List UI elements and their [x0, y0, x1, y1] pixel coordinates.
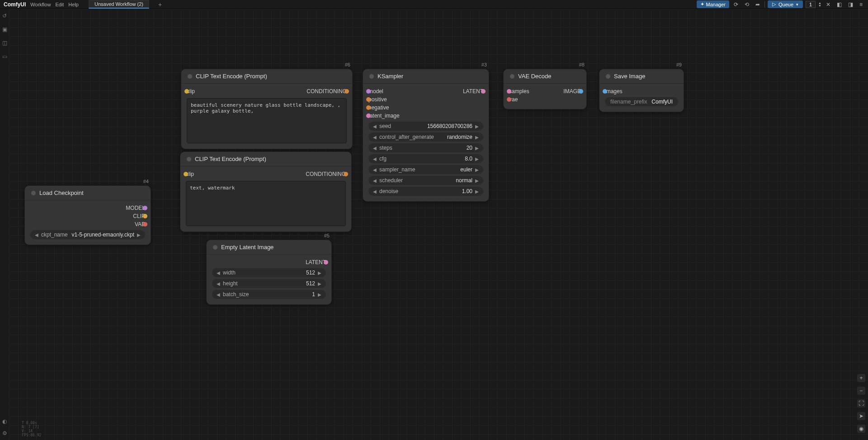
- widget-scheduler[interactable]: ◀schedulernormal▶: [368, 176, 483, 185]
- run-icon: ▷: [772, 1, 776, 7]
- node-id: #5: [324, 233, 330, 238]
- settings-icon[interactable]: ⚙: [2, 430, 7, 436]
- reset-view-icon[interactable]: ⟳: [732, 1, 740, 8]
- output-conditioning[interactable]: CONDITIONING: [307, 88, 347, 95]
- arrow-left-icon[interactable]: ◀: [35, 232, 38, 237]
- widget-label: ckpt_name: [41, 232, 68, 238]
- node-id: #6: [345, 62, 350, 67]
- node-id: #9: [676, 62, 682, 67]
- node-title: VAE Decode: [518, 73, 551, 80]
- input-negative[interactable]: negative: [368, 104, 389, 111]
- manager-button[interactable]: ✦ Manager: [697, 0, 729, 8]
- node-load-checkpoint[interactable]: #4 Load Checkpoint MODEL CLIP VAE ◀ ckpt…: [24, 185, 151, 245]
- output-model[interactable]: MODEL: [126, 205, 145, 211]
- top-bar: ComfyUI Workflow Edit Help Unsaved Workf…: [0, 0, 868, 9]
- node-id: #8: [579, 62, 585, 67]
- node-clip-text-encode-positive[interactable]: #6 CLIP Text Encode (Prompt) clip CONDIT…: [181, 69, 353, 149]
- share-icon[interactable]: ➦: [754, 1, 762, 8]
- history-icon[interactable]: ↺: [2, 13, 7, 19]
- node-id: #4: [143, 179, 149, 184]
- output-latent[interactable]: LATENT: [463, 88, 483, 95]
- widget-label: filename_prefix: [610, 99, 647, 105]
- info-button[interactable]: ◉: [857, 425, 865, 433]
- node-title: Empty Latent Image: [221, 244, 274, 251]
- widget-control-after-generate[interactable]: ◀control_after_generaterandomize▶: [368, 132, 483, 142]
- node-save-image[interactable]: #9 Save Image images filename_prefix Com…: [599, 69, 684, 112]
- node-title: CLIP Text Encode (Prompt): [195, 156, 266, 162]
- folder-icon[interactable]: ▭: [2, 53, 7, 60]
- input-samples[interactable]: samples: [509, 88, 529, 95]
- queue-button[interactable]: ▷ Queue ▾: [768, 0, 803, 8]
- panel-right-icon[interactable]: ◨: [846, 1, 855, 8]
- widget-denoise[interactable]: ◀denoise1.00▶: [368, 187, 483, 196]
- node-title: KSampler: [377, 73, 403, 80]
- widget-batch-size[interactable]: ◀batch_size1▶: [212, 290, 326, 299]
- menu-workflow[interactable]: Workflow: [30, 2, 51, 7]
- panel-left-icon[interactable]: ◧: [835, 1, 844, 8]
- queue-label: Queue: [778, 2, 793, 7]
- input-positive[interactable]: positive: [368, 96, 387, 103]
- widget-value: ComfyUI: [651, 99, 673, 105]
- arrow-right-icon[interactable]: ▶: [137, 232, 141, 237]
- node-clip-text-encode-negative[interactable]: CLIP Text Encode (Prompt) clip CONDITION…: [180, 151, 352, 232]
- puzzle-icon: ✦: [700, 1, 704, 7]
- output-latent[interactable]: LATENT: [306, 259, 326, 265]
- input-latent-image[interactable]: latent_image: [368, 113, 400, 119]
- batch-count-input[interactable]: [806, 1, 816, 8]
- workflow-tab[interactable]: Unsaved Workflow (2): [89, 0, 149, 9]
- add-tab-button[interactable]: +: [158, 1, 162, 8]
- output-conditioning[interactable]: CONDITIONING: [306, 171, 346, 177]
- canvas-tools: + − ⛶ ➤ ◉: [857, 374, 865, 433]
- reset-icon[interactable]: ⟲: [743, 1, 751, 8]
- node-title: CLIP Text Encode (Prompt): [196, 73, 267, 80]
- node-empty-latent-image[interactable]: #5 Empty Latent Image LATENT ◀width512▶ …: [206, 240, 332, 305]
- widget-cfg[interactable]: ◀cfg8.0▶: [368, 154, 483, 163]
- widget-ckpt-name[interactable]: ◀ ckpt_name v1-5-pruned-emaonly.ckpt ▶: [30, 230, 145, 239]
- node-canvas[interactable]: #4 Load Checkpoint MODEL CLIP VAE ◀ ckpt…: [9, 9, 868, 440]
- widget-sampler-name[interactable]: ◀sampler_nameeuler▶: [368, 165, 483, 174]
- node-title: Load Checkpoint: [39, 189, 84, 196]
- theme-icon[interactable]: ◐: [2, 418, 7, 425]
- widget-width[interactable]: ◀width512▶: [212, 268, 326, 277]
- widget-filename-prefix[interactable]: filename_prefix ComfyUI: [605, 97, 678, 106]
- canvas-stats: T 0.00s N: 7 [7] V: 14 FPS:86.92: [22, 421, 41, 437]
- box-icon[interactable]: ◫: [2, 40, 7, 46]
- locate-button[interactable]: ➤: [857, 412, 865, 420]
- prompt-textarea[interactable]: beautiful scenery nature glass bottle la…: [187, 98, 347, 143]
- tab-title: Unsaved Workflow (2): [94, 1, 143, 7]
- chevron-down-icon: ▾: [796, 2, 798, 7]
- input-images[interactable]: images: [605, 88, 623, 95]
- node-title: Save Image: [614, 73, 645, 80]
- menu-icon[interactable]: ≡: [858, 1, 864, 8]
- divider: [764, 1, 765, 8]
- menu-edit[interactable]: Edit: [55, 2, 64, 7]
- manager-label: Manager: [706, 2, 726, 7]
- node-vae-decode[interactable]: #8 VAE Decode samplesIMAGE vae: [503, 69, 587, 109]
- fit-view-button[interactable]: ⛶: [857, 399, 865, 407]
- zoom-in-button[interactable]: +: [857, 374, 865, 382]
- prompt-textarea[interactable]: text, watermark: [186, 181, 346, 226]
- widget-seed[interactable]: ◀seed156680208700286▶: [368, 122, 483, 131]
- menu-help[interactable]: Help: [68, 2, 79, 7]
- widget-steps[interactable]: ◀steps20▶: [368, 143, 483, 152]
- count-spinner[interactable]: ▲▼: [818, 2, 821, 7]
- node-ksampler[interactable]: #3 KSampler modelLATENT positive negativ…: [363, 69, 489, 202]
- app-logo[interactable]: ComfyUI: [4, 1, 26, 8]
- widget-height[interactable]: ◀height512▶: [212, 279, 326, 288]
- widget-value: v1-5-pruned-emaonly.ckpt: [71, 232, 134, 238]
- node-id: #3: [481, 62, 487, 67]
- zoom-out-button[interactable]: −: [857, 387, 865, 395]
- close-icon[interactable]: ✕: [824, 1, 832, 8]
- left-sidebar: ↺ ▣ ◫ ▭: [0, 9, 9, 440]
- link-layer: [9, 9, 145, 77]
- save-icon[interactable]: ▣: [2, 26, 7, 33]
